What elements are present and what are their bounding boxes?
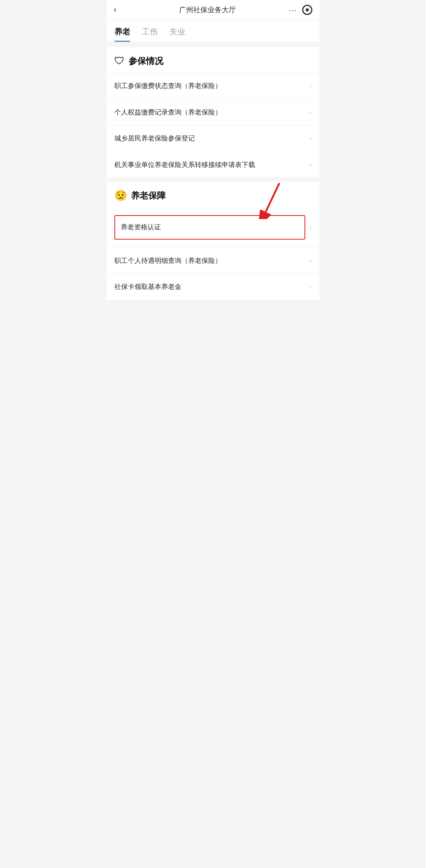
more-options-icon[interactable]: ··· <box>289 6 297 15</box>
section-can-bao-header: 🛡 参保情况 <box>106 47 320 73</box>
section-yang-lao-bao-zhang-title: 养老保障 <box>131 190 166 202</box>
menu-item-zhi-gong-ge-ren-dai-yu[interactable]: 职工个人待遇明细查询（养老保险） › <box>106 247 320 274</box>
menu-item-ji-guan[interactable]: 机关事业单位养老保险关系转移接续申请表下载 › <box>106 152 320 178</box>
section-can-bao: 🛡 参保情况 职工参保缴费状态查询（养老保险） › 个人权益缴费记录查询（养老保… <box>106 47 320 178</box>
shield-icon: 🛡 <box>114 55 125 67</box>
chevron-right-icon: › <box>309 161 312 169</box>
section-can-bao-title: 参保情况 <box>129 55 163 67</box>
menu-item-cheng-xiang[interactable]: 城乡居民养老保险参保登记 › <box>106 125 320 152</box>
main-content: 🛡 参保情况 职工参保缴费状态查询（养老保险） › 个人权益缴费记录查询（养老保… <box>106 42 320 309</box>
tab-yang-lao[interactable]: 养老 <box>114 20 130 42</box>
chevron-right-icon: › <box>309 108 312 116</box>
chevron-right-icon: › <box>309 257 312 265</box>
nav-icons: ··· <box>289 5 312 15</box>
record-icon[interactable] <box>302 5 312 15</box>
section-yang-lao-bao-zhang-header: 😟 养老保障 <box>106 182 320 207</box>
highlight-box: 养老资格认证 <box>114 215 305 240</box>
section-yang-lao-bao-zhang: 😟 养老保障 养老资格认证 › 职工个人待遇明细查询 <box>106 182 320 300</box>
nav-bar: ‹ 广州社保业务大厅 ··· <box>106 0 320 20</box>
tab-shi-ye[interactable]: 失业 <box>170 20 185 42</box>
chevron-right-icon: › <box>309 82 312 90</box>
chevron-right-icon: › <box>309 283 312 291</box>
menu-item-she-bao-ka[interactable]: 社保卡领取基本养老金 › <box>106 274 320 300</box>
menu-item-ge-ren-quan-yi[interactable]: 个人权益缴费记录查询（养老保险） › <box>106 99 320 126</box>
tab-gong-shang[interactable]: 工伤 <box>142 20 158 42</box>
back-button[interactable]: ‹ <box>114 5 126 15</box>
annotation-container: 养老资格认证 › <box>106 207 320 247</box>
tab-bar: 养老 工伤 失业 <box>106 20 320 42</box>
chevron-right-icon: › <box>309 223 312 231</box>
worried-face-icon: 😟 <box>114 189 127 202</box>
menu-item-yang-lao-zi-ge[interactable]: 养老资格认证 › <box>106 207 320 247</box>
nav-title: 广州社保业务大厅 <box>126 5 289 15</box>
menu-item-zhi-gong-can-bao[interactable]: 职工参保缴费状态查询（养老保险） › <box>106 73 320 99</box>
chevron-right-icon: › <box>309 134 312 142</box>
